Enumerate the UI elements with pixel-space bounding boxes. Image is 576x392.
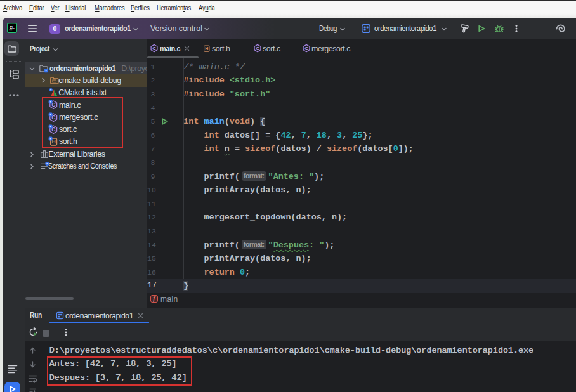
svg-text:C: C [256, 45, 259, 51]
svg-text:H: H [205, 46, 208, 51]
svg-text:C: C [152, 45, 156, 51]
svg-text:C: C [304, 45, 308, 51]
svg-text:CL: CL [10, 25, 15, 29]
